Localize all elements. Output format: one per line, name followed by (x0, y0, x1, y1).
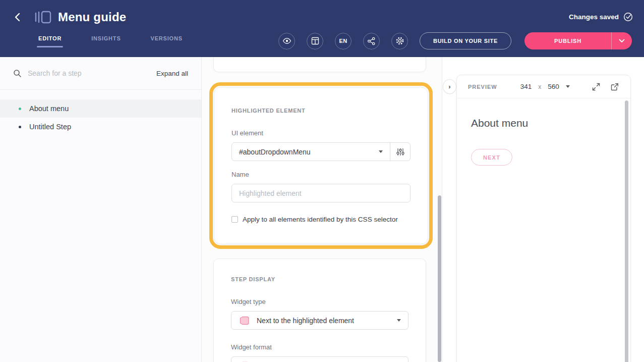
editor-scrollbar[interactable] (438, 195, 441, 362)
share-button[interactable] (363, 33, 380, 49)
chevron-down-icon (619, 39, 625, 43)
guide-type-icon (34, 11, 51, 24)
page-title[interactable]: Menu guide (58, 10, 126, 24)
chevron-down-icon (397, 319, 401, 322)
checkbox[interactable] (231, 216, 238, 223)
step-list: About menu Untitled Step (0, 99, 201, 136)
step-label: About menu (29, 105, 69, 113)
back-button[interactable] (13, 12, 24, 23)
share-icon (367, 37, 376, 45)
step-bullet-icon (19, 108, 21, 110)
highlighted-element-card: HIGHLIGHTED ELEMENT UI element #aboutDro… (214, 87, 428, 244)
section-title: HIGHLIGHTED ELEMENT (231, 108, 411, 114)
step-item-about-menu[interactable]: About menu (0, 99, 201, 118)
layout-icon (311, 37, 319, 45)
app-header: Menu guide Changes saved EDITOR INSIGHTS… (0, 0, 644, 57)
preview-scrollbar[interactable] (625, 100, 628, 362)
size-separator: x (538, 83, 541, 90)
publish-label[interactable]: PUBLISH (524, 32, 611, 49)
preview-height-value[interactable]: 560 (548, 83, 559, 90)
preview-width-value[interactable]: 341 (520, 83, 532, 90)
tab-versions[interactable]: VERSIONS (150, 33, 183, 48)
ui-element-label: UI element (231, 129, 411, 137)
publish-button[interactable]: PUBLISH (524, 32, 632, 49)
preview-panel: PREVIEW 341 x 560 (456, 75, 631, 362)
eye-icon (282, 36, 291, 45)
expand-all-link[interactable]: Expand all (156, 70, 188, 77)
preview-size-select[interactable]: 341 x 560 (520, 83, 570, 90)
settings-button[interactable] (391, 33, 408, 49)
element-settings-button[interactable] (390, 143, 410, 161)
widget-format-label: Widget format (231, 343, 408, 351)
expand-icon (592, 82, 601, 91)
publish-dropdown-toggle[interactable] (612, 32, 632, 49)
search-input[interactable] (28, 69, 156, 77)
preview-eye-button[interactable] (278, 33, 295, 49)
preview-step-title: About menu (471, 117, 630, 129)
widget-type-label: Widget type (231, 298, 408, 305)
name-label: Name (231, 171, 411, 178)
gear-icon (395, 36, 404, 45)
step-display-card: STEP DISPLAY Widget type Next to the hig… (213, 258, 426, 362)
collapse-preview-button[interactable]: › (443, 79, 456, 94)
fullscreen-button[interactable] (592, 82, 601, 91)
apply-to-all-checkbox-row[interactable]: Apply to all elements identified by this… (231, 216, 411, 223)
previous-settings-card (213, 57, 426, 72)
preview-title: PREVIEW (468, 84, 497, 90)
language-badge: EN (339, 38, 347, 44)
external-link-icon (610, 82, 619, 91)
widget-type-select[interactable]: Next to the highlighted element (231, 311, 408, 330)
chevron-down-icon (379, 150, 383, 153)
tab-editor[interactable]: EDITOR (38, 33, 62, 48)
step-label: Untitled Step (29, 123, 71, 131)
language-button[interactable]: EN (335, 33, 352, 49)
section-title: STEP DISPLAY (231, 276, 408, 282)
step-editor-panel: HIGHLIGHTED ELEMENT UI element #aboutDro… (202, 57, 442, 362)
sliders-icon (396, 147, 405, 157)
widget-type-value: Next to the highlighted element (257, 317, 354, 325)
element-name-input[interactable] (231, 184, 411, 202)
tooltip-widget-icon (239, 316, 250, 326)
open-in-new-button[interactable] (610, 82, 619, 91)
step-item-untitled-step[interactable]: Untitled Step (0, 118, 201, 136)
steps-sidebar: Expand all About menu Untitled Step (0, 57, 202, 362)
preview-region: › PREVIEW 341 x 560 (442, 57, 644, 362)
check-circle-icon (623, 12, 633, 22)
changes-saved-status: Changes saved (569, 13, 619, 21)
ui-element-value: #aboutDropdownMenu (239, 148, 311, 156)
build-on-your-site-button[interactable]: BUILD ON YOUR SITE (420, 32, 511, 49)
tab-insights[interactable]: INSIGHTS (91, 33, 121, 48)
widget-format-select[interactable] (231, 356, 408, 362)
chevron-down-icon (566, 85, 570, 88)
ui-element-select[interactable]: #aboutDropdownMenu (232, 143, 390, 161)
checkbox-label: Apply to all elements identified by this… (243, 216, 398, 223)
highlighted-element-focus-ring: HIGHLIGHTED ELEMENT UI element #aboutDro… (209, 82, 433, 249)
header-tabs: EDITOR INSIGHTS VERSIONS (38, 33, 183, 48)
next-button[interactable]: NEXT (471, 149, 512, 166)
step-bullet-icon (19, 126, 21, 128)
layout-button[interactable] (307, 33, 323, 49)
back-chevron-icon (13, 12, 23, 22)
search-icon (13, 69, 22, 78)
